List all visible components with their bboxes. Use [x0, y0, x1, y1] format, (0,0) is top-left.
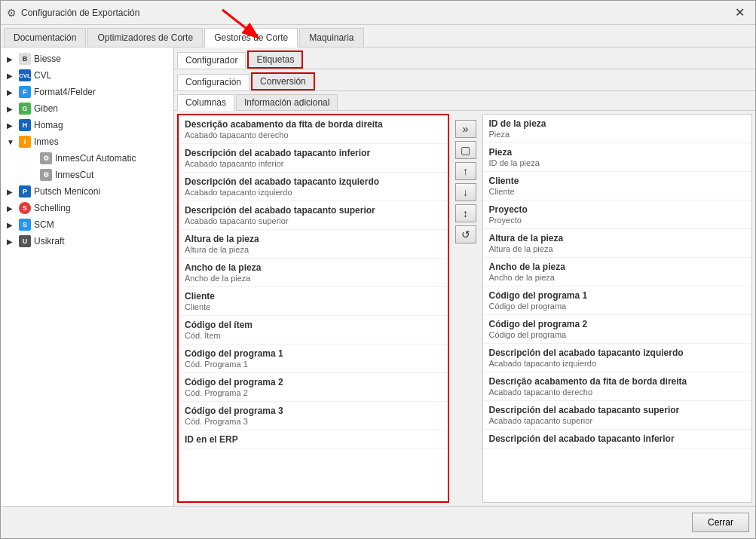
right-item-sub-5: Ancho de la pieza: [489, 273, 746, 282]
left-item-sub-10: Cód. Programa 3: [185, 417, 442, 426]
left-item-sub-9: Cód. Programa 2: [185, 388, 442, 397]
right-list-item-4[interactable]: Altura de la piezaAltura de la pieza: [483, 229, 752, 258]
left-item-title-2: Descripción del acabado tapacanto izquie…: [185, 176, 442, 187]
sidebar-label-3: Giben: [34, 103, 58, 114]
sub-tab2-1[interactable]: Conversión: [251, 72, 315, 90]
left-list-item-11[interactable]: ID en el ERP: [179, 430, 448, 449]
left-list-item-10[interactable]: Código del programa 3Cód. Programa 3: [179, 402, 448, 430]
sort-button[interactable]: ↕: [455, 204, 476, 222]
move-down-button[interactable]: ↓: [455, 183, 476, 201]
main-tab-3[interactable]: Maquinaria: [299, 28, 363, 47]
right-item-sub-1: ID de la pieza: [489, 158, 746, 167]
left-item-title-1: Descripción del acabado tapacanto inferi…: [185, 148, 442, 158]
right-list-item-8[interactable]: Descripción del acabado tapacanto izquie…: [483, 344, 752, 372]
move-up-button[interactable]: ↑: [455, 162, 476, 180]
left-list-item-7[interactable]: Código del ítemCód. Ítem: [179, 316, 448, 345]
left-item-title-7: Código del ítem: [185, 320, 442, 330]
right-list-item-7[interactable]: Código del programa 2Código del programa: [483, 315, 752, 344]
sidebar-item-0[interactable]: ▶BBiesse: [1, 51, 173, 67]
sidebar-item-3[interactable]: ▶GGiben: [1, 100, 173, 117]
sidebar-label-7: InmesCut: [55, 170, 93, 180]
right-list-item-9[interactable]: Descrição acabamento da fita de borda di…: [483, 372, 752, 401]
expand-arrow-11: ▶: [7, 237, 16, 246]
right-list[interactable]: ID de la piezaPiezaPiezaID de la piezaCl…: [482, 114, 753, 503]
left-list-item-3[interactable]: Descripción del acabado tapacanto superi…: [179, 201, 448, 230]
sub-tab1-1[interactable]: Etiquetas: [247, 51, 303, 69]
sidebar-label-2: Format4/Felder: [34, 87, 96, 97]
sidebar-icon-7: ⚙: [40, 169, 52, 181]
right-item-sub-2: Cliente: [489, 187, 746, 196]
inner-tab-0[interactable]: Columnas: [177, 94, 234, 111]
right-list-item-1[interactable]: PiezaID de la pieza: [483, 143, 752, 172]
close-button[interactable]: ✕: [730, 4, 749, 21]
right-item-sub-4: Altura de la pieza: [489, 244, 746, 253]
sidebar-item-4[interactable]: ▶HHomag: [1, 117, 173, 133]
right-list-item-5[interactable]: Ancho de la piezaAncho de la pieza: [483, 258, 752, 286]
sidebar-item-7[interactable]: ⚙InmesCut: [1, 167, 173, 183]
sidebar-label-8: Putsch Meniconi: [34, 186, 100, 197]
sidebar-icon-10: S: [19, 219, 31, 231]
right-item-sub-3: Proyecto: [489, 216, 746, 225]
right-list-item-11[interactable]: Descripción del acabado tapacanto inferi…: [483, 430, 752, 449]
main-tab-1[interactable]: Optimizadores de Corte: [87, 28, 203, 47]
right-panel: ConfiguradorEtiquetas ConfiguraciónConve…: [174, 47, 755, 506]
main-tab-2[interactable]: Gestores de Corte: [204, 28, 298, 47]
main-tabs: DocumentaciónOptimizadores de CorteGesto…: [1, 25, 755, 47]
sidebar-item-1[interactable]: ▶CVLCVL: [1, 67, 173, 84]
left-list-item-5[interactable]: Ancho de la piezaAncho de la pieza: [179, 259, 448, 287]
inner-tab-1[interactable]: Información adicional: [236, 94, 338, 110]
left-item-sub-8: Cód. Programa 1: [185, 360, 442, 369]
left-list-item-9[interactable]: Código del programa 2Cód. Programa 2: [179, 373, 448, 402]
left-list-item-8[interactable]: Código del programa 1Cód. Programa 1: [179, 345, 448, 373]
left-list-item-2[interactable]: Descripción del acabado tapacanto izquie…: [179, 173, 448, 201]
sidebar-item-6[interactable]: ⚙InmesCut Automatic: [1, 150, 173, 167]
sidebar: ▶BBiesse▶CVLCVL▶FFormat4/Felder▶GGiben▶H…: [1, 47, 174, 506]
content-area: ▶BBiesse▶CVLCVL▶FFormat4/Felder▶GGiben▶H…: [1, 47, 755, 506]
expand-arrow-1: ▶: [7, 72, 16, 80]
left-item-sub-2: Acabado tapacanto izquierdo: [185, 188, 442, 197]
sidebar-item-11[interactable]: ▶UUsikraft: [1, 233, 173, 250]
sidebar-icon-0: B: [19, 53, 31, 65]
right-item-title-0: ID de la pieza: [489, 118, 746, 129]
sidebar-label-11: Usikraft: [34, 236, 65, 247]
refresh-button[interactable]: ↺: [455, 225, 476, 243]
left-item-sub-7: Cód. Ítem: [185, 331, 442, 340]
sub-tab1-0[interactable]: Configurador: [177, 52, 246, 69]
sidebar-item-8[interactable]: ▶PPutsch Meniconi: [1, 183, 173, 200]
right-item-sub-7: Código del programa: [489, 330, 746, 339]
expand-arrow-8: ▶: [7, 188, 16, 196]
left-list-item-0[interactable]: Descrição acabamento da fita de borda di…: [179, 115, 448, 144]
delete-selected-button[interactable]: ▢: [455, 141, 476, 159]
sidebar-item-5[interactable]: ▼IInmes: [1, 133, 173, 150]
left-list-item-6[interactable]: ClienteCliente: [179, 287, 448, 316]
sidebar-icon-8: P: [19, 185, 31, 198]
left-list-item-4[interactable]: Altura de la piezaAltura de la pieza: [179, 230, 448, 259]
right-list-item-2[interactable]: ClienteCliente: [483, 172, 752, 201]
left-item-sub-5: Ancho de la pieza: [185, 274, 442, 283]
left-list[interactable]: Descrição acabamento da fita de borda di…: [177, 114, 449, 503]
sidebar-label-0: Biesse: [34, 54, 61, 64]
right-list-item-0[interactable]: ID de la piezaPieza: [483, 115, 752, 143]
main-tab-0[interactable]: Documentación: [4, 28, 86, 47]
settings-icon: ⚙: [7, 7, 17, 19]
move-all-right-button[interactable]: »: [455, 120, 476, 138]
left-item-title-0: Descrição acabamento da fita de borda di…: [185, 119, 442, 130]
left-item-sub-1: Acabado tapacanto inferior: [185, 159, 442, 168]
left-item-title-5: Ancho de la pieza: [185, 262, 442, 273]
right-list-item-6[interactable]: Código del programa 1Código del programa: [483, 286, 752, 315]
sub-tab2-0[interactable]: Configuración: [177, 74, 249, 90]
right-list-item-3[interactable]: ProyectoProyecto: [483, 201, 752, 229]
left-list-item-1[interactable]: Descripción del acabado tapacanto inferi…: [179, 144, 448, 173]
sidebar-item-9[interactable]: ▶SSchelling: [1, 200, 173, 216]
close-footer-button[interactable]: Cerrar: [692, 513, 749, 532]
main-window: ⚙ Configuración de Exportación ✕ Documen…: [0, 0, 756, 539]
right-item-title-9: Descrição acabamento da fita de borda di…: [489, 376, 746, 387]
expand-arrow-0: ▶: [7, 55, 16, 63]
sidebar-item-10[interactable]: ▶SSCM: [1, 216, 173, 233]
sidebar-label-9: Schelling: [34, 203, 71, 213]
sidebar-item-2[interactable]: ▶FFormat4/Felder: [1, 84, 173, 100]
right-item-sub-6: Código del programa: [489, 302, 746, 311]
sub-tabs-row2: ConfiguraciónConversión: [174, 69, 755, 91]
right-item-title-11: Descripción del acabado tapacanto inferi…: [489, 433, 746, 444]
right-list-item-10[interactable]: Descripción del acabado tapacanto superi…: [483, 401, 752, 430]
